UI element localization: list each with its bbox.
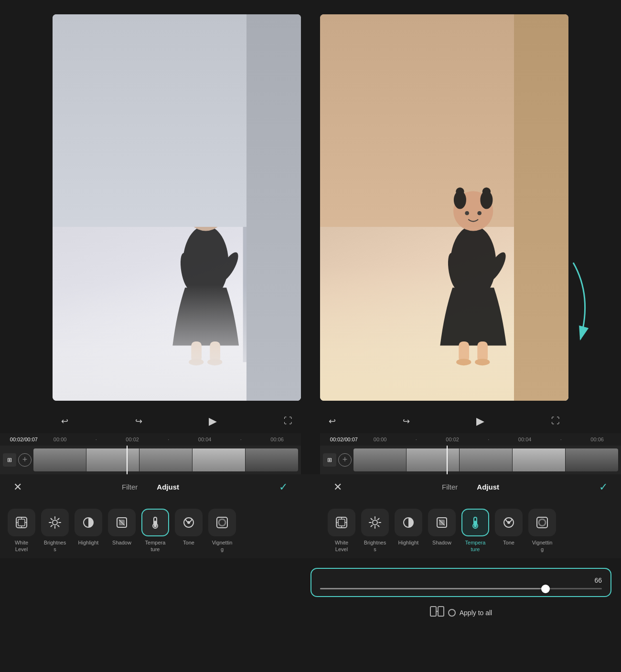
right-tool-white-level[interactable]: WhiteLevel (325, 506, 358, 556)
play-left-button[interactable]: ▶ (206, 412, 220, 430)
right-tick-6: · (543, 437, 579, 442)
slider-container: 66 (310, 568, 611, 597)
right-tool-brightness[interactable]: Brightness (358, 506, 392, 556)
left-adjust-tab[interactable]: Adjust (149, 480, 187, 494)
left-vignetting-label: Vignetting (212, 539, 233, 553)
right-toolbar: ✕ Filter Adjust ✓ (320, 474, 621, 500)
tone-icon-right (502, 516, 515, 529)
left-tick-6: · (223, 437, 259, 442)
expand-right-button[interactable]: ⛶ (548, 413, 563, 429)
clip-thumb-4 (193, 448, 245, 471)
slider-fill (320, 588, 546, 589)
left-track-icon: ⊞ (3, 453, 16, 467)
slider-section: 66 Apply to all (0, 558, 621, 631)
right-clip[interactable] (353, 448, 618, 471)
undo-left-button[interactable]: ↩ (58, 413, 71, 429)
left-tool-highlight[interactable]: Highlight (72, 506, 105, 549)
redo-left-button[interactable]: ↪ (132, 413, 145, 429)
slider-track[interactable] (320, 588, 602, 589)
left-tick-2: · (78, 437, 115, 442)
svg-point-19 (456, 187, 464, 195)
right-tool-vignetting[interactable]: Vignetting (525, 506, 559, 556)
svg-line-69 (378, 518, 379, 520)
svg-point-53 (187, 521, 190, 524)
undo-right-button[interactable]: ↩ (326, 413, 339, 429)
left-tool-shadow[interactable]: Shadow (105, 506, 139, 549)
left-highlight-icon-wrap (75, 509, 102, 536)
svg-point-62 (373, 520, 377, 525)
left-confirm-button[interactable]: ✓ (275, 479, 291, 495)
timeline-section: 00:02/00:07 00:00 · 00:02 · 00:04 · 00:0… (0, 433, 621, 474)
transport-section: ↩ ↪ ▶ ⛶ ↩ ↪ ▶ ⛶ (0, 410, 621, 433)
left-vignetting-icon-wrap (208, 509, 236, 536)
right-tool-temperature[interactable]: Temperature (459, 506, 492, 556)
slider-thumb[interactable] (541, 585, 550, 593)
right-temperature-label: Temperature (465, 539, 486, 553)
right-tone-icon-wrap (495, 509, 523, 536)
vignetting-icon-right (535, 516, 549, 529)
left-timeline: 00:02/00:07 00:00 · 00:02 · 00:04 · 00:0… (0, 433, 301, 474)
temperature-icon-left (149, 516, 162, 529)
left-transport: ↩ ↪ ▶ ⛶ (53, 412, 301, 430)
right-tool-highlight[interactable]: Highlight (392, 506, 425, 549)
left-toolbar-tabs: Filter Adjust (114, 480, 187, 494)
left-clip[interactable] (33, 448, 298, 471)
svg-point-26 (475, 359, 490, 365)
right-highlight-icon-wrap (395, 509, 422, 536)
right-add-track-button[interactable]: + (338, 453, 352, 467)
right-filter-tab[interactable]: Filter (434, 480, 465, 494)
apply-to-all-radio[interactable] (448, 609, 456, 617)
svg-point-28 (477, 211, 482, 215)
right-clip-thumb-2 (407, 448, 459, 471)
right-tool-shadow[interactable]: Shadow (425, 506, 459, 549)
left-tool-vignetting[interactable]: Vignetting (205, 506, 239, 556)
right-highlight-label: Highlight (398, 539, 419, 546)
right-white-level-label: WhiteLevel (335, 539, 348, 553)
svg-rect-83 (438, 607, 444, 616)
svg-point-81 (539, 519, 546, 526)
left-filter-tab[interactable]: Filter (114, 480, 145, 494)
left-timecode: 00:02/00:07 (6, 437, 42, 442)
shadow-icon-right (435, 516, 449, 529)
expand-left-button[interactable]: ⛶ (281, 413, 295, 429)
left-highlight-label: Highlight (78, 539, 99, 546)
left-toolbar: ✕ Filter Adjust ✓ (0, 474, 301, 500)
svg-line-68 (378, 525, 379, 527)
svg-rect-82 (430, 607, 436, 616)
shadow-icon-left (115, 516, 128, 529)
right-clip-thumb-3 (460, 448, 512, 471)
compare-button[interactable] (430, 606, 444, 620)
right-tick-1: 00:00 (362, 437, 398, 442)
toolbar-section: ✕ Filter Adjust ✓ ✕ Filter Adjust ✓ (0, 474, 621, 500)
right-tick-2: · (398, 437, 435, 442)
svg-point-55 (219, 519, 225, 526)
right-tick-5: 00:04 (507, 437, 543, 442)
left-tool-tone[interactable]: Tone (172, 506, 205, 549)
left-temperature-icon-wrap (141, 509, 169, 536)
right-vignetting-label: Vignetting (532, 539, 553, 553)
left-tone-icon-wrap (175, 509, 203, 536)
right-adjust-tab[interactable]: Adjust (469, 480, 507, 494)
left-shadow-label: Shadow (112, 539, 131, 546)
left-tool-temperature[interactable]: Temperature (139, 506, 172, 556)
left-add-track-button[interactable]: + (18, 453, 32, 467)
clip-thumb-3 (139, 448, 192, 471)
left-temperature-label: Temperature (145, 539, 166, 553)
left-tool-white-level[interactable]: WhiteLevel (5, 506, 38, 556)
right-clip-thumb-1 (353, 448, 406, 471)
slider-panel-right: 66 Apply to all (301, 563, 621, 631)
left-tool-brightness[interactable]: Brightness (38, 506, 72, 556)
slider-panel-left (0, 563, 301, 631)
clip-thumb-1 (33, 448, 86, 471)
right-tone-label: Tone (503, 539, 514, 546)
left-tick-4: · (150, 437, 187, 442)
right-tool-tone[interactable]: Tone (492, 506, 525, 549)
play-right-button[interactable]: ▶ (473, 412, 487, 430)
right-cancel-button[interactable]: ✕ (330, 479, 346, 495)
redo-right-button[interactable]: ↪ (400, 413, 413, 429)
left-cancel-button[interactable]: ✕ (10, 479, 26, 495)
right-brightness-label: Brightness (364, 539, 386, 553)
right-confirm-button[interactable]: ✓ (595, 479, 611, 495)
right-track-icon: ⊞ (323, 453, 336, 467)
left-tick-5: 00:04 (187, 437, 223, 442)
